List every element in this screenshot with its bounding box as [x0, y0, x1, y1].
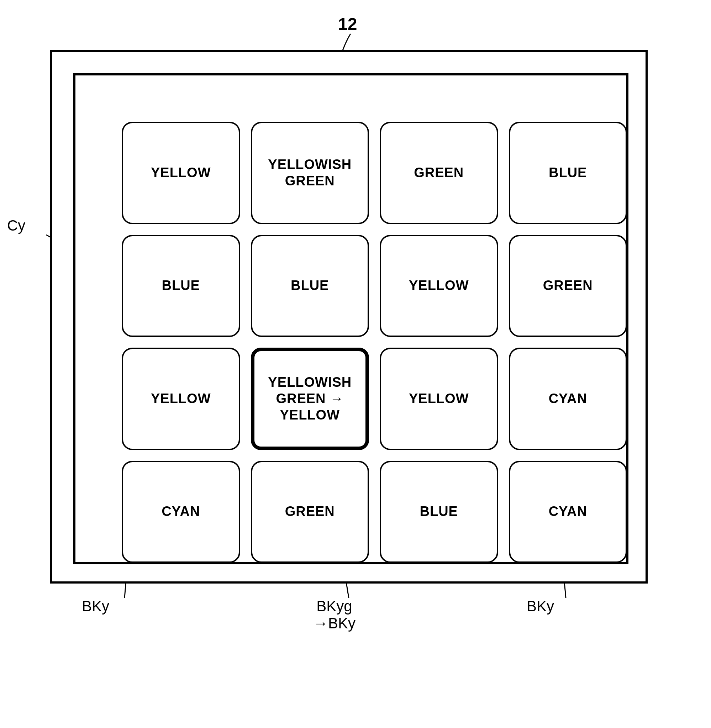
- cell-r4c2: GREEN: [251, 461, 369, 563]
- label-bky-right: BKy: [527, 598, 554, 615]
- label-bkyg-line2: →BKy: [313, 615, 356, 632]
- cell-r4c1: CYAN: [122, 461, 240, 563]
- outer-box: YELLOW YELLOWISHGREEN GREEN BLUE BLUE BL…: [50, 50, 648, 584]
- cell-r1c3: GREEN: [380, 122, 498, 224]
- inner-box: YELLOW YELLOWISHGREEN GREEN BLUE BLUE BL…: [73, 73, 628, 564]
- cell-r3c3: YELLOW: [380, 348, 498, 450]
- cell-r3c4: CYAN: [509, 348, 627, 450]
- cell-r4c4: CYAN: [509, 461, 627, 563]
- label-bkyg: BKyg →BKy: [313, 598, 356, 632]
- grid-container: YELLOW YELLOWISHGREEN GREEN BLUE BLUE BL…: [122, 122, 627, 563]
- cell-r3c1: YELLOW: [122, 348, 240, 450]
- cell-r2c4: GREEN: [509, 235, 627, 337]
- cell-r3c2-highlighted: YELLOWISHGREEN →YELLOW: [251, 348, 369, 450]
- label-bkyg-line1: BKyg: [313, 598, 356, 615]
- cell-r2c3: YELLOW: [380, 235, 498, 337]
- label-cy: Cy: [7, 217, 25, 234]
- figure-number: 12: [338, 14, 357, 34]
- cell-r4c3: BLUE: [380, 461, 498, 563]
- cell-r2c1: BLUE: [122, 235, 240, 337]
- page: 12 YELLOW YELLOWISHGREEN GREEN BLUE: [0, 0, 711, 728]
- cell-r1c2: YELLOWISHGREEN: [251, 122, 369, 224]
- cell-r1c1: YELLOW: [122, 122, 240, 224]
- cell-r2c2: BLUE: [251, 235, 369, 337]
- cell-r1c4: BLUE: [509, 122, 627, 224]
- label-bky-left: BKy: [82, 598, 109, 615]
